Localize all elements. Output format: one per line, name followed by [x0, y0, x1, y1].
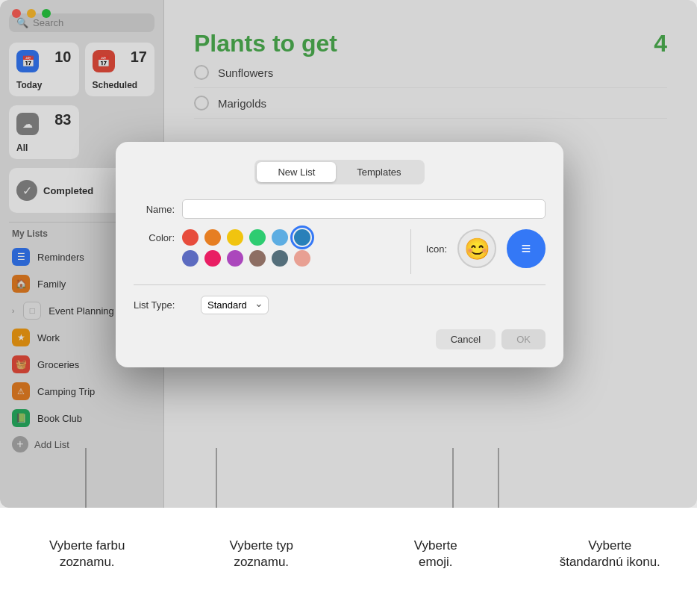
emoji-icon-button[interactable]: 😊 [457, 229, 496, 268]
new-list-dialog: New List Templates Name: Color: [116, 142, 563, 367]
annotation-color: Vyberte farbu zoznamu. [0, 538, 175, 570]
color-swatches [182, 229, 310, 267]
icon-section: Icon: 😊 ≡ [426, 229, 546, 268]
list-type-select[interactable]: Standard Groceries [201, 296, 269, 314]
annotation-listtype: Vyberte typ zoznamu. [175, 538, 349, 570]
ok-button[interactable]: OK [501, 329, 546, 349]
cancel-button[interactable]: Cancel [436, 329, 496, 349]
color-salmon[interactable] [294, 250, 310, 267]
color-lightblue[interactable] [272, 229, 288, 246]
tab-new-list[interactable]: New List [257, 162, 336, 182]
name-label: Name: [134, 204, 175, 215]
name-input[interactable] [182, 199, 546, 219]
list-symbol: ≡ [522, 239, 531, 258]
color-darkgray[interactable] [272, 250, 288, 267]
icon-label: Icon: [426, 243, 447, 255]
color-row-2 [182, 250, 310, 267]
name-field-row: Name: [134, 199, 546, 219]
vertical-divider [410, 229, 411, 274]
color-red[interactable] [182, 229, 199, 246]
dialog-tabs: New List Templates [254, 160, 424, 184]
annotation-listtype-text: Vyberte typ zoznamu. [230, 538, 293, 570]
annotations-area: Vyberte farbu zoznamu. Vyberte typ zozna… [0, 508, 697, 616]
annotation-icon-text: Vyberte štandardnú ikonu. [560, 538, 660, 570]
color-brown[interactable] [249, 250, 266, 267]
list-type-wrapper: Standard Groceries [201, 296, 269, 314]
list-type-label: List Type: [134, 299, 193, 311]
dialog-buttons: Cancel OK [134, 329, 546, 349]
annotation-emoji: Vyberte emoji. [348, 538, 523, 570]
color-green[interactable] [249, 229, 266, 246]
color-indigo[interactable] [182, 250, 199, 267]
color-pink[interactable] [204, 250, 221, 267]
color-orange[interactable] [204, 229, 221, 246]
list-icon-button[interactable]: ≡ [507, 229, 546, 268]
tab-templates[interactable]: Templates [336, 162, 422, 182]
annotation-color-text: Vyberte farbu zoznamu. [49, 538, 125, 570]
color-purple[interactable] [227, 250, 243, 267]
annotation-icon: Vyberte štandardnú ikonu. [523, 538, 698, 570]
color-label: Color: [134, 229, 175, 243]
list-type-row: List Type: Standard Groceries [134, 296, 546, 314]
color-blue[interactable] [294, 229, 310, 246]
color-row-1 [182, 229, 310, 246]
annotation-emoji-text: Vyberte emoji. [414, 538, 457, 570]
emoji-symbol: 😊 [464, 237, 490, 261]
dialog-separator [134, 284, 546, 285]
color-yellow[interactable] [227, 229, 243, 246]
